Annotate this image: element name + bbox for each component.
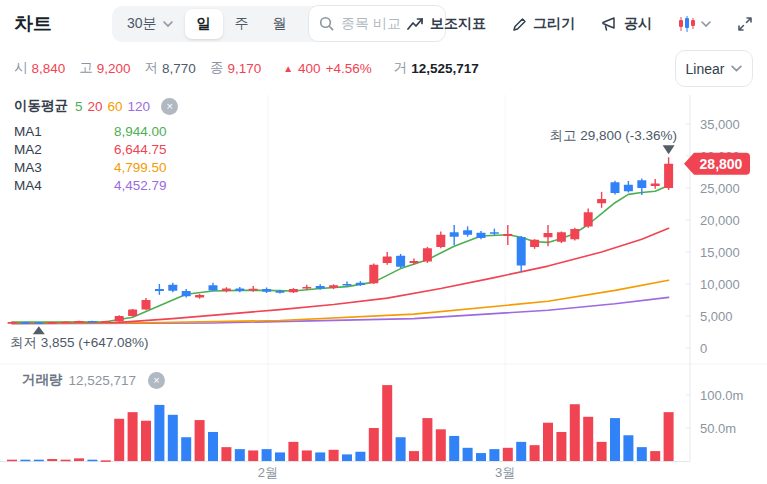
volume-bar xyxy=(556,432,566,461)
volume-bar xyxy=(315,452,325,461)
close-value: 9,170 xyxy=(227,61,261,76)
chart-canvas: 2월3월35,00030,00025,00020,00015,00010,000… xyxy=(0,88,767,484)
ma3-value: 4,799.50 xyxy=(114,160,167,175)
candle-body xyxy=(611,182,620,193)
volume-bar xyxy=(87,460,97,462)
volume-bar xyxy=(489,449,499,461)
price-tick-label: 15,000 xyxy=(700,245,740,260)
volume-bar xyxy=(530,445,540,461)
volume-bar xyxy=(516,442,526,461)
candle-body xyxy=(142,300,151,310)
candle-body xyxy=(8,322,17,324)
candle-body xyxy=(557,232,566,242)
candle-body xyxy=(128,310,137,316)
draw-button[interactable]: 그리기 xyxy=(512,15,575,33)
volume-bar xyxy=(208,432,218,461)
volume-bar xyxy=(47,459,57,461)
indicators-button[interactable]: 보조지표 xyxy=(407,15,486,33)
remove-ma-indicator-icon[interactable]: × xyxy=(161,98,178,115)
remove-volume-indicator-icon[interactable]: × xyxy=(148,372,165,389)
ma-period-60: 60 xyxy=(108,99,123,114)
volume-bar xyxy=(597,442,607,461)
volume-bar xyxy=(422,418,432,461)
volume-legend: 거래량 12,525,717 × xyxy=(22,371,165,389)
volume-bar xyxy=(463,448,473,461)
scale-dropdown-label: Linear xyxy=(686,61,725,77)
search-icon xyxy=(319,16,334,31)
ma-legend-title: 이동평균 xyxy=(14,97,68,115)
candle-body xyxy=(262,289,271,292)
candle-body xyxy=(423,248,432,261)
candle-body xyxy=(302,287,311,289)
volume-bar xyxy=(355,452,365,461)
moving-average-legend: 이동평균 5 20 60 120 × xyxy=(14,97,178,115)
candle-body xyxy=(624,185,633,191)
megaphone-icon xyxy=(601,17,618,32)
volume-bar xyxy=(20,460,30,462)
volume-bar xyxy=(141,421,151,461)
candle-body xyxy=(530,240,539,247)
ma-row: MA34,799.50 xyxy=(14,158,167,176)
ma-row: MA44,452.79 xyxy=(14,176,167,194)
chart-toolbar: 차트 30분 일 주 월 년 종목 비교 보조지표 그리기 xyxy=(0,0,767,48)
ma-values-table: MA18,944.00 MA26,644.75 MA34,799.50 MA44… xyxy=(14,122,167,194)
volume-bar xyxy=(570,404,580,461)
volume-bar xyxy=(74,458,84,461)
candle-body xyxy=(343,284,352,286)
volume-bar xyxy=(449,436,459,461)
candle-body xyxy=(88,321,97,323)
volume-bar xyxy=(382,385,392,461)
candle-body xyxy=(383,256,392,262)
candle-body xyxy=(235,288,244,291)
disclosure-button[interactable]: 공시 xyxy=(601,15,652,33)
price-tick-label: 10,000 xyxy=(700,277,740,292)
candle-body xyxy=(48,322,57,324)
chart-type-selector[interactable] xyxy=(678,16,711,32)
candle-body xyxy=(436,235,445,247)
fullscreen-button[interactable] xyxy=(737,16,753,32)
candle-body xyxy=(61,322,70,324)
price-tick-label: 0 xyxy=(700,341,707,356)
volume-bar xyxy=(409,451,419,461)
volume-bar xyxy=(476,453,486,461)
tab-monthly[interactable]: 월 xyxy=(261,9,299,39)
x-axis-month-label: 3월 xyxy=(495,465,515,480)
volume-series xyxy=(7,385,674,462)
volume-bar xyxy=(610,418,620,461)
interval-dropdown[interactable]: 30분 xyxy=(115,9,185,39)
candle-body xyxy=(490,232,499,234)
indicator-line-icon xyxy=(407,17,424,31)
candle-body xyxy=(182,291,191,296)
volume-bar xyxy=(329,450,339,461)
candle-body xyxy=(249,289,258,291)
volume-value: 12,525,717 xyxy=(411,61,479,76)
scale-dropdown[interactable]: Linear xyxy=(675,50,753,87)
candle-body xyxy=(356,283,365,285)
ma2-value: 6,644.75 xyxy=(114,142,167,157)
tab-weekly[interactable]: 주 xyxy=(223,9,261,39)
change-value: 400 xyxy=(298,61,321,76)
volume-tick-label: 100.0m xyxy=(700,388,743,403)
close-label: 종 xyxy=(210,59,224,77)
candle-body xyxy=(115,316,124,321)
candle-body xyxy=(637,180,646,188)
volume-bar xyxy=(369,428,379,461)
candle-body xyxy=(168,285,177,291)
tab-daily[interactable]: 일 xyxy=(185,9,223,39)
volume-bar xyxy=(61,460,71,462)
volume-bar xyxy=(650,451,660,461)
candle-body xyxy=(209,285,218,290)
volume-bar xyxy=(664,412,674,461)
volume-bar xyxy=(436,429,446,461)
ma1-value: 8,944.00 xyxy=(114,124,167,139)
ma-line-MA1 xyxy=(12,185,669,322)
volume-bar xyxy=(262,449,272,461)
ma-period-20: 20 xyxy=(88,99,103,114)
volume-bar xyxy=(101,460,111,462)
candle-body xyxy=(329,285,338,288)
candle-body xyxy=(195,295,204,298)
volume-bar xyxy=(114,419,124,461)
open-label: 시 xyxy=(14,59,28,77)
low-label: 저 xyxy=(145,59,159,77)
price-tick-label: 35,000 xyxy=(700,117,740,132)
